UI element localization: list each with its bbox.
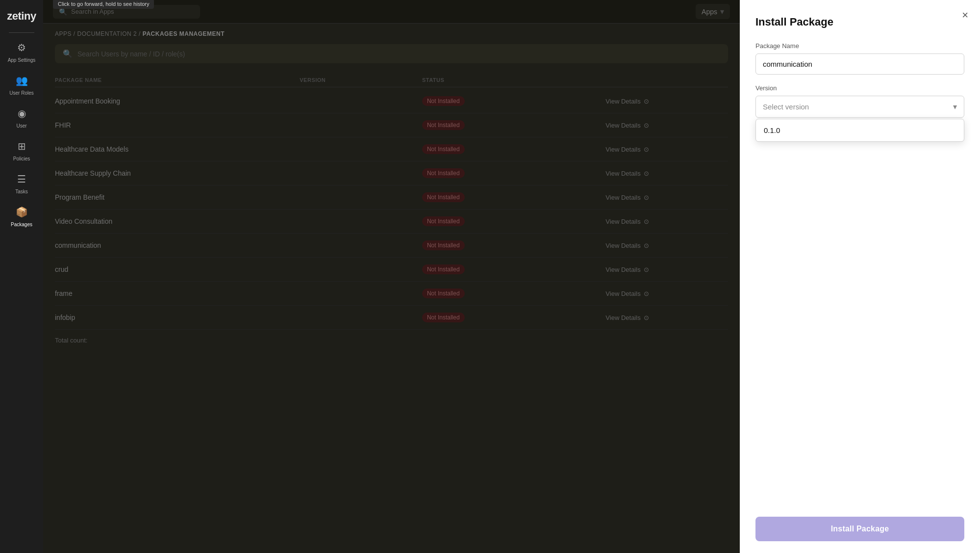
version-select-placeholder: Select version xyxy=(763,103,809,111)
close-button[interactable]: × xyxy=(962,10,968,21)
sidebar-item-label: Tasks xyxy=(15,189,28,194)
policies-icon: ⊞ xyxy=(14,138,29,154)
version-label: Version xyxy=(755,84,964,92)
sidebar-item-label: App Settings xyxy=(8,57,36,63)
user-icon: ◉ xyxy=(14,105,29,121)
main-area: Click to go forward, hold to see history… xyxy=(43,0,740,553)
package-name-group: Package Name xyxy=(755,42,964,75)
package-name-label: Package Name xyxy=(755,42,964,50)
version-group: Version Select version ▾ 0.1.0 xyxy=(755,84,964,118)
topbar-tooltip: Click to go forward, hold to see history xyxy=(53,0,154,9)
sidebar: zetiny ⚙ App Settings 👥 User Roles ◉ Use… xyxy=(0,0,43,553)
overlay xyxy=(43,0,740,553)
sidebar-divider xyxy=(9,32,35,33)
logo: zetiny xyxy=(7,4,36,30)
install-package-panel: × Install Package Package Name Version S… xyxy=(740,0,980,553)
sidebar-item-user[interactable]: ◉ User xyxy=(0,101,43,133)
tasks-icon: ☰ xyxy=(14,171,29,187)
sidebar-item-label: Policies xyxy=(13,156,30,161)
panel-title: Install Package xyxy=(755,16,964,28)
sidebar-item-tasks[interactable]: ☰ Tasks xyxy=(0,166,43,199)
packages-icon: 📦 xyxy=(14,204,29,220)
sidebar-item-user-roles[interactable]: 👥 User Roles xyxy=(0,68,43,101)
install-package-button[interactable]: Install Package xyxy=(755,517,964,541)
package-name-input[interactable] xyxy=(755,53,964,75)
version-dropdown: 0.1.0 xyxy=(755,119,964,142)
sidebar-item-app-settings[interactable]: ⚙ App Settings xyxy=(0,35,43,68)
app-settings-icon: ⚙ xyxy=(14,40,29,55)
sidebar-item-packages[interactable]: 📦 Packages xyxy=(0,199,43,232)
version-select-container: Select version ▾ 0.1.0 xyxy=(755,96,964,118)
version-option-0[interactable]: 0.1.0 xyxy=(756,119,964,141)
chevron-down-icon: ▾ xyxy=(953,102,957,111)
sidebar-item-label: Packages xyxy=(11,222,32,227)
sidebar-item-policies[interactable]: ⊞ Policies xyxy=(0,133,43,166)
sidebar-item-label: User Roles xyxy=(9,90,33,96)
sidebar-item-label: User xyxy=(16,123,26,129)
user-roles-icon: 👥 xyxy=(14,73,29,88)
version-select-button[interactable]: Select version ▾ xyxy=(755,96,964,118)
